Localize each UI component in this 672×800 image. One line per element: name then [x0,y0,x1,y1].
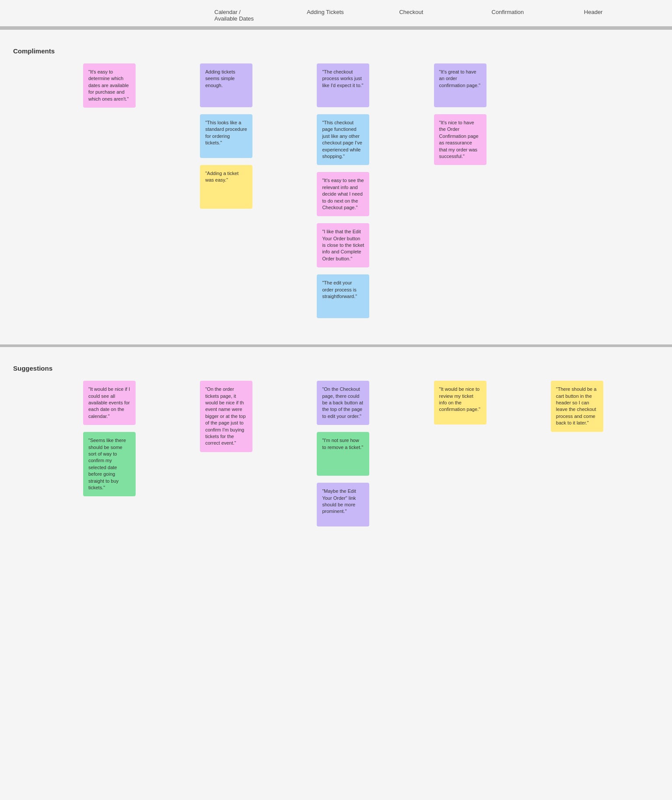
card-compliments-2-3: "I like that the Edit Your Order button … [317,223,369,267]
card-suggestions-0-1: "Seems like there should be some sort of… [83,432,136,496]
top-divider [0,27,672,30]
card-compliments-2-1: "This checkout page functioned just like… [317,114,369,165]
section-divider-0 [0,344,672,347]
columns-row-compliments: "It's easy to determine which dates are … [9,63,663,318]
section-title-compliments: Compliments [9,47,663,55]
col-compliments-4 [546,63,663,318]
section-title-suggestions: Suggestions [9,365,663,372]
col-header-calendar: Calendar / Available Dates [210,9,302,22]
col-compliments-2: "The checkout process works just like I'… [312,63,429,318]
col-header-confirmation: Confirmation [487,9,580,22]
cards-area-suggestions: "It would be nice if I could see all ava… [79,381,663,526]
col-suggestions-3: "It would be nice to review my ticket in… [430,381,546,526]
card-compliments-3-0: "It's great to have an order confirmatio… [434,63,486,107]
page-wrapper: Calendar / Available Dates Adding Ticket… [0,0,672,544]
sections-container: Compliments"It's easy to determine which… [0,39,672,544]
col-header-adding: Adding Tickets [302,9,395,22]
column-headers: Calendar / Available Dates Adding Ticket… [0,0,672,27]
card-compliments-1-1: "This looks like a standard procedure fo… [200,114,252,158]
card-compliments-0-0: "It's easy to determine which dates are … [83,63,136,108]
card-suggestions-2-2: "Maybe the Edit Your Order" link should … [317,483,369,526]
col-suggestions-4: "There should be a cart button in the he… [546,381,663,526]
section-suggestions: Suggestions"It would be nice if I could … [0,356,672,544]
card-suggestions-0-0: "It would be nice if I could see all ava… [83,381,136,425]
col-suggestions-2: "On the Checkout page, there could be a … [312,381,429,526]
col-compliments-3: "It's great to have an order confirmatio… [430,63,546,318]
card-suggestions-3-0: "It would be nice to review my ticket in… [434,381,486,425]
col-compliments-0: "It's easy to determine which dates are … [79,63,196,318]
columns-row-suggestions: "It would be nice if I could see all ava… [9,381,663,526]
card-compliments-3-1: "It's nice to have the Order Confirmatio… [434,114,486,165]
cards-area-compliments: "It's easy to determine which dates are … [79,63,663,318]
card-compliments-1-0: Adding tickets seems simple enough. [200,63,252,107]
card-suggestions-4-0: "There should be a cart button in the he… [551,381,603,432]
card-suggestions-1-0: "On the order tickets page, it would be … [200,381,252,452]
card-compliments-2-2: "It's easy to see the relevant info and … [317,172,369,216]
card-compliments-2-4: "The edit your order process is straight… [317,274,369,318]
col-header-header: Header [580,9,672,22]
card-compliments-2-0: "The checkout process works just like I'… [317,63,369,107]
col-compliments-1: Adding tickets seems simple enough."This… [196,63,312,318]
col-suggestions-0: "It would be nice if I could see all ava… [79,381,196,526]
col-suggestions-1: "On the order tickets page, it would be … [196,381,312,526]
header-label-spacer [70,9,140,22]
card-suggestions-2-0: "On the Checkout page, there could be a … [317,381,369,425]
col-header-checkout: Checkout [395,9,487,22]
section-compliments: Compliments"It's easy to determine which… [0,39,672,336]
card-compliments-1-2: "Adding a ticket was easy." [200,165,252,209]
card-suggestions-2-1: "I'm not sure how to remove a ticket." [317,432,369,476]
